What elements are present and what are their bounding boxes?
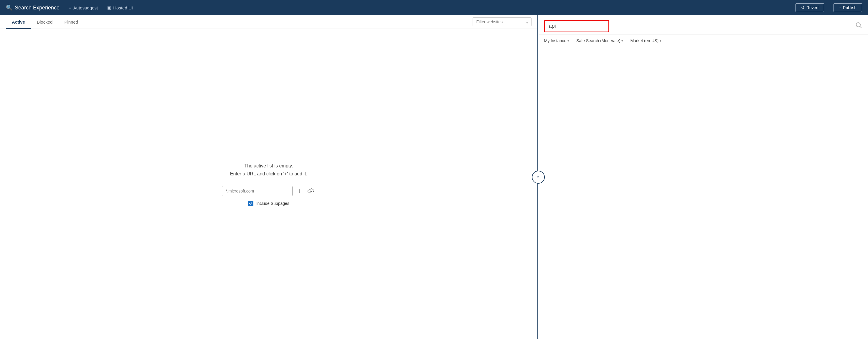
brand-icon: 🔍 [6,4,12,11]
safe-search-label: Safe Search (Moderate) [576,38,620,43]
hosted-ui-nav-item[interactable]: ▣ Hosted UI [107,5,133,10]
instance-label: My Instance [544,38,566,43]
revert-icon: ↺ [801,5,805,10]
left-content: The active list is empty. Enter a URL an… [0,29,537,339]
dropdown-row: My Instance ▾ Safe Search (Moderate) ▾ M… [538,35,868,45]
empty-message: The active list is empty. Enter a URL an… [230,162,307,178]
market-arrow-icon: ▾ [660,39,661,43]
tab-pinned[interactable]: Pinned [58,15,84,29]
market-dropdown[interactable]: Market (en-US) ▾ [630,38,661,43]
safe-search-dropdown[interactable]: Safe Search (Moderate) ▾ [576,38,623,43]
market-label: Market (en-US) [630,38,658,43]
publish-button[interactable]: ↑ Publish [834,3,862,12]
brand-label: Search Experience [15,5,60,11]
safe-search-arrow-icon: ▾ [621,39,623,43]
filter-funnel-icon: ▽ [526,20,529,24]
search-preview-input[interactable] [544,20,609,32]
tabs-bar: Active Blocked Pinned ▽ [0,15,537,29]
publish-label: Publish [843,5,857,10]
tab-active[interactable]: Active [6,15,31,29]
filter-input-wrap: ▽ [473,18,531,26]
url-input-row: + [222,186,315,196]
revert-label: Revert [806,5,818,10]
left-panel: Active Blocked Pinned ▽ The active list … [0,15,538,339]
instance-arrow-icon: ▾ [567,39,569,43]
brand: 🔍 Search Experience [6,4,60,11]
add-url-button[interactable]: + [296,187,303,195]
top-navigation: 🔍 Search Experience ≡ Autosuggest ▣ Host… [0,0,868,15]
search-box-row [538,15,868,35]
splitter-button[interactable]: » [532,171,545,184]
autosuggest-icon: ≡ [69,5,71,10]
filter-area: ▽ [473,18,531,29]
empty-line1: The active list is empty. [230,162,307,170]
include-subpages-label: Include Subpages [256,201,289,206]
autosuggest-label: Autosuggest [73,5,98,10]
empty-line2: Enter a URL and click on '+' to add it. [230,170,307,178]
revert-button[interactable]: ↺ Revert [796,3,824,12]
hosted-ui-icon: ▣ [107,5,112,10]
instance-dropdown[interactable]: My Instance ▾ [544,38,569,43]
right-panel: » My Instance ▾ Safe Search (Moderate) ▾ [538,15,868,339]
search-icon[interactable] [856,22,862,30]
include-subpages-checkbox[interactable] [248,201,253,206]
splitter-icon: » [537,175,539,180]
url-input[interactable] [222,186,292,196]
subpages-row: Include Subpages [248,201,289,206]
tab-blocked[interactable]: Blocked [31,15,58,29]
upload-button[interactable] [306,187,315,195]
filter-input[interactable] [473,18,531,26]
main-container: Active Blocked Pinned ▽ The active list … [0,15,868,339]
hosted-ui-label: Hosted UI [113,5,133,10]
autosuggest-nav-item[interactable]: ≡ Autosuggest [69,5,98,10]
publish-icon: ↑ [839,5,841,10]
cloud-upload-icon [307,188,314,194]
